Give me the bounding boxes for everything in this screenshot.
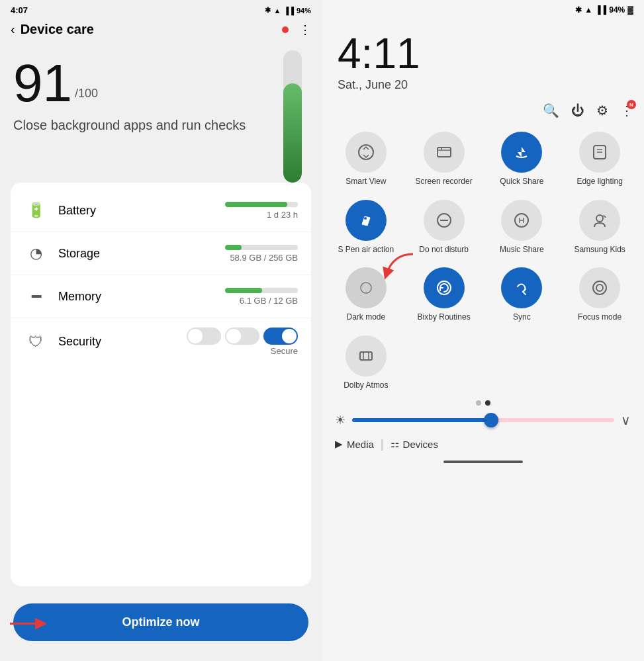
settings-icon[interactable]: ⚙	[596, 103, 608, 118]
more-icon[interactable]: ⋮ N	[620, 103, 633, 118]
quick-share-label: Quick Share	[500, 177, 543, 186]
brightness-chevron[interactable]: ∨	[621, 412, 631, 428]
qs-toolbar: 🔍 ⏻ ⚙ ⋮ N	[322, 99, 644, 125]
battery-left: 94%	[297, 7, 311, 15]
bixby-routines-icon	[424, 267, 465, 308]
security-toggle-track-2	[225, 328, 259, 345]
storage-bar	[225, 245, 242, 250]
tile-smart-view[interactable]: Smart View	[327, 125, 405, 190]
sync-icon	[501, 267, 542, 308]
time-left: 4:07	[11, 5, 28, 15]
tile-dolby-atmos[interactable]: Dolby Atmos	[327, 329, 405, 394]
notification-badge: N	[627, 100, 636, 109]
bixby-routines-label: Bixby Routines	[418, 312, 471, 322]
edge-lighting-icon	[579, 132, 620, 173]
search-icon[interactable]: 🔍	[543, 103, 559, 118]
brightness-icon: ☀	[335, 413, 345, 427]
wifi-icon-left: ▲	[273, 7, 281, 15]
storage-icon: ◔	[24, 242, 48, 265]
notification-dot	[282, 26, 289, 33]
security-value-area: Secure	[187, 328, 298, 356]
tile-music-share[interactable]: Music Share	[483, 193, 561, 258]
screen-recorder-label: Screen recorder	[416, 177, 473, 186]
red-arrow-left	[7, 613, 46, 633]
tile-sync[interactable]: Sync	[483, 261, 561, 326]
storage-card[interactable]: ◔ Storage 58.9 GB / 256 GB	[11, 232, 311, 275]
clock-date: Sat., June 20	[338, 78, 628, 92]
score-description: Close background apps and run checks	[13, 116, 308, 134]
devices-grid-icon: ⚏	[391, 438, 399, 450]
storage-value: 58.9 GB / 256 GB	[230, 253, 298, 263]
tile-samsung-kids[interactable]: Samsung Kids	[561, 193, 639, 258]
tile-edge-lighting[interactable]: Edge lighting	[561, 125, 639, 190]
battery-value: 1 d 23 h	[267, 210, 298, 220]
memory-card[interactable]: ▪▪▪▪ Memory 6.1 GB / 12 GB	[11, 275, 311, 318]
wifi-icon-right: ▲	[584, 5, 592, 15]
sync-label: Sync	[513, 312, 531, 322]
battery-value-area: 1 d 23 h	[225, 202, 298, 220]
svg-rect-17	[360, 352, 372, 360]
storage-value-area: 58.9 GB / 256 GB	[225, 245, 298, 263]
samsung-kids-icon	[579, 200, 620, 241]
storage-bar-wrap	[225, 245, 298, 250]
memory-value: 6.1 GB / 12 GB	[240, 296, 298, 306]
optimize-button[interactable]: Optimize now	[13, 603, 308, 641]
clock-section: 4:11 Sat., June 20	[322, 17, 644, 99]
security-toggle-track-3[interactable]	[263, 328, 298, 345]
power-icon[interactable]: ⏻	[571, 103, 584, 118]
battery-bar-wrap	[225, 202, 298, 207]
svg-point-16	[596, 285, 603, 291]
bluetooth-icon-right: ✱	[575, 5, 582, 15]
score-bar-fill	[283, 83, 302, 183]
tile-screen-recorder[interactable]: Screen recorder	[405, 125, 483, 190]
signal-icon-left: ▐▐	[283, 7, 294, 15]
bottom-bar	[322, 461, 644, 463]
devices-button[interactable]: ⚏ Devices	[391, 438, 438, 450]
home-indicator	[443, 461, 523, 463]
pagination-dots	[322, 400, 644, 406]
smart-view-icon	[345, 132, 387, 173]
samsung-kids-label: Samsung Kids	[574, 245, 625, 254]
music-share-label: Music Share	[500, 245, 544, 254]
toolbar-left: ‹ Device care ⋮	[0, 18, 322, 44]
security-label: Security	[58, 335, 187, 349]
brightness-track[interactable]	[352, 418, 614, 422]
media-label: Media	[347, 439, 374, 450]
toolbar-icons: ⋮	[282, 22, 311, 37]
page-title: Device care	[21, 22, 277, 37]
svg-point-12	[596, 215, 603, 222]
back-button[interactable]: ‹	[11, 22, 15, 37]
storage-label: Storage	[58, 247, 225, 261]
right-panel: ✱ ▲ ▐▐ 94% ▓ 4:11 Sat., June 20 🔍 ⏻ ⚙ ⋮ …	[322, 0, 644, 661]
security-icon: 🛡	[24, 330, 48, 354]
svg-point-8	[364, 217, 367, 220]
dolby-atmos-icon	[345, 335, 387, 376]
battery-right: 94%	[609, 5, 625, 15]
tile-focus-mode[interactable]: Focus mode	[561, 261, 639, 326]
media-devices-row: ▶ Media | ⚏ Devices	[322, 431, 644, 455]
focus-mode-icon	[579, 267, 620, 308]
score-max: /100	[75, 87, 98, 100]
battery-card[interactable]: 🔋 Battery 1 d 23 h	[11, 189, 311, 232]
tile-quick-share[interactable]: Quick Share	[483, 125, 561, 190]
s-pen-icon	[345, 200, 387, 241]
brightness-thumb	[484, 413, 498, 427]
menu-icon[interactable]: ⋮	[299, 22, 311, 37]
smart-view-label: Smart View	[345, 177, 386, 186]
do-not-disturb-label: Do not disturb	[419, 245, 469, 254]
battery-icon: 🔋	[24, 198, 48, 222]
svg-point-15	[593, 281, 606, 294]
score-section: 91/100 Close background apps and run che…	[0, 44, 322, 176]
do-not-disturb-icon	[424, 200, 465, 241]
battery-icon-right: ▓	[627, 5, 633, 15]
screen-recorder-icon	[424, 132, 465, 173]
score-bar-container	[283, 50, 302, 183]
clock-time: 4:11	[338, 30, 628, 77]
tile-dark-mode[interactable]: Dark mode	[327, 261, 405, 326]
security-toggle-track-1	[187, 328, 221, 345]
qs-grid: Smart View Screen recorder Quick Share E…	[322, 125, 644, 394]
media-button[interactable]: ▶ Media	[335, 438, 374, 450]
brightness-row: ☀ ∨	[322, 410, 644, 431]
dolby-atmos-label: Dolby Atmos	[344, 380, 388, 390]
security-card[interactable]: 🛡 Security Secure	[11, 318, 311, 365]
